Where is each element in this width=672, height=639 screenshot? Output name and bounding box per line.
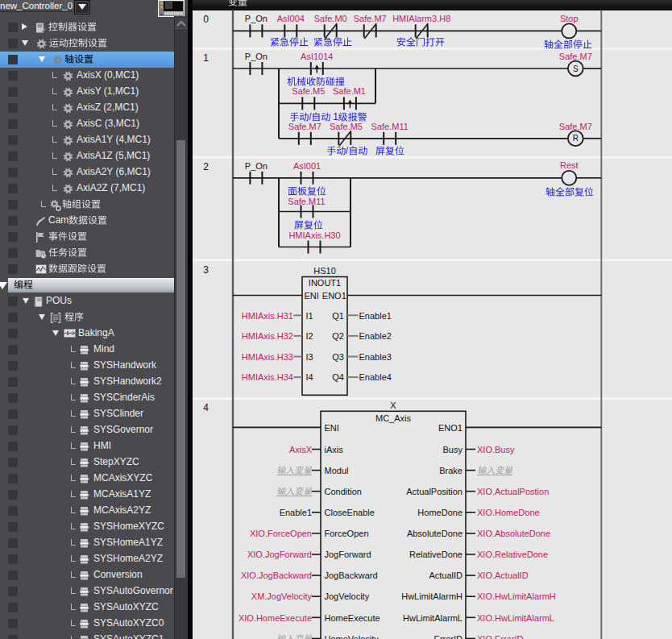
svg-text:S: S (573, 64, 579, 73)
svg-text:R: R (573, 134, 579, 143)
